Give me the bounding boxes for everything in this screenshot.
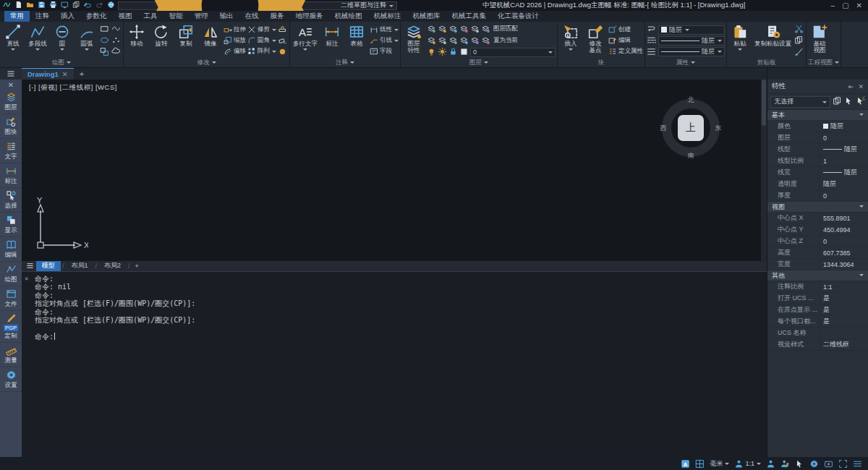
command-close-button[interactable]: ✕: [25, 275, 28, 283]
qat-copydoc-button[interactable]: [72, 1, 80, 10]
property-value-field[interactable]: [820, 328, 868, 338]
status-item-person[interactable]: [766, 459, 775, 469]
property-dropdown[interactable]: 随层: [658, 36, 725, 46]
ribbon-button-直线[interactable]: 直线: [1, 22, 25, 59]
small-tool-rect[interactable]: [100, 24, 110, 34]
ribbon-group-label-剪贴板[interactable]: 剪贴板: [728, 59, 804, 67]
small-tool-linetypelist[interactable]: [647, 35, 657, 46]
document-tab-Drawing1[interactable]: Drawing1✕: [22, 68, 74, 80]
ribbon-tab-智能[interactable]: 智能: [163, 11, 189, 22]
ribbon-small-缩放[interactable]: 缩放: [224, 35, 246, 46]
ribbon-group-label-注释[interactable]: 注释: [292, 59, 399, 67]
ribbon-button-圆弧[interactable]: 圆弧: [75, 22, 98, 59]
property-value-field[interactable]: 607.7385: [820, 247, 868, 258]
layer-tool[interactable]: [427, 36, 436, 46]
compass-west[interactable]: 西: [658, 124, 668, 133]
property-value-field[interactable]: 随层: [820, 179, 868, 189]
sidebar-item-图块[interactable]: 图块: [0, 114, 22, 139]
ribbon-tab-化工装备设计[interactable]: 化工装备设计: [492, 11, 545, 22]
ribbon-tab-机械图库[interactable]: 机械图库: [407, 11, 446, 22]
status-item-menuS[interactable]: [853, 459, 862, 469]
qat-preview-button[interactable]: [61, 1, 69, 10]
property-value-field[interactable]: 1: [820, 155, 868, 166]
small-tool-ellipse[interactable]: [100, 35, 110, 46]
layer-match-label[interactable]: 图层匹配: [493, 25, 518, 33]
small-tool-scissors[interactable]: [794, 24, 804, 34]
ribbon-button-移动[interactable]: 移动: [125, 22, 148, 59]
qat-save-button[interactable]: [38, 1, 46, 10]
ribbon-small-定义属性[interactable]: 定义属性: [608, 46, 643, 56]
selection-tool-quickselect[interactable]: [856, 96, 865, 107]
qat-redo-button[interactable]: [95, 1, 103, 10]
status-item-fullscreen[interactable]: [838, 459, 848, 469]
small-tool-points[interactable]: [111, 35, 122, 46]
layout-tab-布局2[interactable]: 布局2: [98, 261, 127, 271]
layer-tool[interactable]: [470, 25, 480, 34]
property-value-field[interactable]: 0: [820, 190, 868, 201]
new-document-tab-button[interactable]: +: [74, 68, 90, 80]
ribbon-small-阵列[interactable]: 阵列: [247, 46, 276, 56]
property-value-field[interactable]: 1344.3064: [820, 259, 868, 270]
sidebar-item-显示[interactable]: 显示: [0, 213, 22, 237]
layer-tool[interactable]: [438, 36, 447, 46]
ribbon-button-粘贴[interactable]: 粘贴: [728, 22, 752, 59]
ribbon-button-插入[interactable]: 插入: [559, 22, 582, 59]
status-item-毫米[interactable]: 毫米: [710, 459, 729, 469]
ribbon-button-图层特性[interactable]: 图层 特性: [402, 22, 425, 59]
ribbon-tab-管理[interactable]: 管理: [189, 11, 214, 22]
ribbon-group-label-属性[interactable]: 属性: [647, 59, 725, 67]
ribbon-tab-机械工具集[interactable]: 机械工具集: [446, 11, 493, 22]
property-value-field[interactable]: 是: [820, 316, 868, 327]
ribbon-small-字段[interactable]: 字段: [370, 46, 399, 56]
sidebar-item-标注[interactable]: 标注: [0, 163, 22, 188]
sidebar-item-文件[interactable]: 文件: [0, 286, 22, 311]
swatch-toggle[interactable]: [459, 47, 469, 58]
ribbon-group-label-工程视图[interactable]: 工程视图: [808, 59, 839, 67]
status-item-personbolt[interactable]: [780, 459, 790, 469]
property-value-field[interactable]: 1:1: [820, 281, 868, 292]
ribbon-tab-机械绘图[interactable]: 机械绘图: [329, 11, 368, 22]
small-tool-sphere[interactable]: [278, 47, 288, 57]
ribbon-button-复制[interactable]: 复制: [174, 22, 197, 59]
ribbon-tab-输出[interactable]: 输出: [214, 11, 239, 22]
ribbon-button-旋转[interactable]: 旋转: [150, 22, 173, 59]
layer-tool[interactable]: [448, 36, 458, 46]
properties-section-视图[interactable]: 视图: [767, 202, 868, 213]
ribbon-small-编辑[interactable]: 编辑: [608, 35, 643, 46]
layer-tool[interactable]: [470, 36, 480, 46]
sidebar-menu-button[interactable]: [0, 68, 22, 80]
drawing-canvas[interactable]: [-] [俯视] [二维线框] [WCS] 北 南 西 东 上: [22, 80, 761, 261]
property-dropdown[interactable]: 随层: [658, 25, 725, 35]
viewport-controls[interactable]: [-] [俯视] [二维线框] [WCS]: [29, 83, 117, 93]
small-tool-cloud[interactable]: [111, 47, 122, 57]
ribbon-small-创建[interactable]: 创建: [608, 25, 643, 35]
ribbon-tab-在线[interactable]: 在线: [239, 11, 265, 22]
ribbon-small-引线[interactable]: 引线: [370, 35, 399, 46]
current-layer-dropdown[interactable]: 0: [470, 48, 556, 57]
status-item-ime[interactable]: A: [681, 459, 690, 469]
ribbon-group-label-图层[interactable]: 图层: [402, 59, 556, 67]
sidebar-item-定制[interactable]: PGP定制: [0, 311, 22, 343]
layer-tool[interactable]: [438, 25, 447, 34]
small-tool-brush[interactable]: [794, 47, 804, 57]
layer-tool[interactable]: [448, 25, 458, 34]
qat-print-button[interactable]: [49, 1, 57, 10]
property-value-field[interactable]: 555.8901: [820, 213, 868, 223]
sidebar-item-图层[interactable]: 图层: [0, 90, 22, 114]
sidebar-item-设置[interactable]: 设置: [0, 367, 22, 392]
property-value-field[interactable]: 是: [820, 293, 868, 304]
ribbon-small-圆角[interactable]: 圆角: [247, 35, 276, 46]
ribbon-tab-机械标注[interactable]: 机械标注: [368, 11, 407, 22]
minimize-button[interactable]: –: [831, 1, 835, 9]
ribbon-button-标注[interactable]: 标注: [320, 22, 344, 59]
document-tab-close-icon[interactable]: ✕: [62, 70, 68, 78]
sidebar-item-绘图[interactable]: 绘图: [0, 262, 22, 286]
ribbon-tab-地理服务[interactable]: 地理服务: [290, 11, 329, 22]
ribbon-small-拉伸[interactable]: 拉伸: [224, 25, 246, 35]
small-tool-matchprops[interactable]: [647, 24, 657, 34]
ribbon-tab-服务[interactable]: 服务: [265, 11, 290, 22]
canvas-vertical-scrollbar[interactable]: [761, 80, 767, 261]
ribbon-tab-插入[interactable]: 插入: [55, 11, 80, 22]
status-item-cursorstat[interactable]: [795, 459, 804, 469]
ribbon-tab-视图[interactable]: 视图: [113, 11, 138, 22]
